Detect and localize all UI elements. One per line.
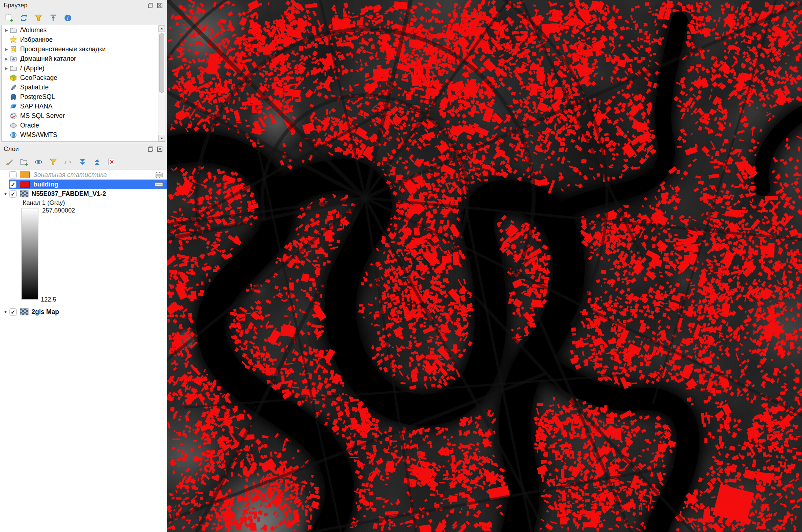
layers-toolbar: ε (0, 155, 167, 169)
layer-row-0[interactable]: Зональная статистика (0, 170, 167, 180)
layers-panel: Слои ε Зональная статистика✓building▼✓N5… (0, 143, 167, 532)
oracle-icon (10, 122, 17, 129)
map-canvas[interactable] (167, 0, 802, 532)
raster-layer-icon (20, 190, 29, 197)
layer-row-3[interactable]: ▼✓2gis Map (0, 307, 167, 317)
styling-icon (5, 158, 14, 166)
saphana-icon (10, 103, 17, 110)
layer-row-2[interactable]: ▼✓N55E037_FABDEM_V1-2 (0, 189, 167, 199)
svg-text:ε: ε (64, 159, 66, 165)
raster-legend: 257,690002122,5 (0, 207, 167, 307)
left-dock: Браузер i ▶/VolumesИзбранное▶Пространств… (0, 0, 167, 532)
themes-icon (34, 158, 43, 166)
svg-text:i: i (67, 15, 69, 21)
browser-float-button[interactable] (147, 2, 154, 9)
layer-row-1[interactable]: ✓building (0, 180, 167, 189)
filter-browser-button[interactable] (33, 13, 44, 23)
browser-item-geopackage-5[interactable]: GeoPackage (2, 73, 165, 82)
expand-arrow-icon[interactable]: ▶ (3, 28, 10, 32)
expand-arrow-icon[interactable]: ▶ (3, 66, 10, 70)
layer-visibility-checkbox[interactable]: ✓ (10, 181, 16, 188)
browser-scrollbar[interactable] (158, 25, 165, 141)
gray-color-ramp (21, 208, 38, 300)
collapse-icon (49, 14, 58, 22)
ramp-max-value: 257,690002 (42, 207, 75, 214)
expand-arrow-icon[interactable]: ▶ (3, 57, 10, 61)
layers-close-button[interactable] (157, 146, 163, 152)
layers-list: Зональная статистика✓building▼✓N55E037_F… (0, 170, 167, 532)
browser-item-saphana-8[interactable]: SAP HANA (2, 101, 165, 111)
expression-icon: ε (63, 158, 72, 166)
folder-icon (10, 64, 17, 72)
layers-panel-header: Слои (0, 143, 167, 155)
refresh-browser-button[interactable] (18, 13, 29, 23)
browser-item-postgresql-7[interactable]: PostgreSQL (2, 92, 165, 101)
layers-panel-title: Слои (4, 145, 19, 153)
layer-color-swatch[interactable] (20, 171, 30, 178)
qgis-window: Браузер i ▶/VolumesИзбранное▶Пространств… (0, 0, 802, 532)
remove-icon (107, 158, 116, 166)
browser-close-button[interactable] (157, 2, 163, 9)
add-selected-layers-button[interactable] (4, 13, 14, 23)
star-icon (10, 36, 17, 44)
raster-layer-icon (20, 308, 29, 315)
temporary-layer-indicator-icon (154, 171, 164, 179)
collapse-arrow-icon[interactable]: ▼ (1, 192, 10, 196)
browser-item-oracle-10[interactable]: Oracle (2, 121, 165, 130)
bookmarks-icon (10, 45, 17, 53)
browser-panel-header: Браузер (0, 0, 167, 11)
scroll-up-icon[interactable] (158, 25, 165, 32)
browser-toolbar: i (0, 11, 167, 25)
wms-icon (10, 131, 17, 139)
add-layer-icon (5, 14, 14, 22)
layer-visibility-checkbox[interactable] (10, 171, 16, 178)
browser-item-star-1[interactable]: Избранное (2, 35, 165, 44)
browser-item-bookmarks-2[interactable]: ▶Пространственные закладки (2, 44, 165, 54)
browser-tree-wrap: ▶/VolumesИзбранное▶Пространственные закл… (1, 25, 165, 142)
browser-tree: ▶/VolumesИзбранное▶Пространственные закл… (2, 25, 165, 140)
raster-band-label: Канал 1 (Gray) (0, 199, 167, 207)
collapse-all-browser-button[interactable] (48, 13, 58, 23)
filter-icon (34, 14, 43, 22)
browser-item-folder-4[interactable]: ▶/ (Apple) (2, 63, 165, 73)
geopackage-icon (10, 74, 17, 82)
layer-visibility-checkbox[interactable]: ✓ (10, 309, 16, 315)
ramp-min-value: 122,5 (41, 296, 56, 303)
layer-color-swatch[interactable] (20, 181, 30, 188)
map-view (167, 0, 802, 532)
refresh-icon (19, 14, 28, 22)
expand-all-layers-button[interactable] (77, 157, 88, 167)
manage-map-themes-button[interactable] (33, 157, 44, 167)
home-icon (10, 55, 17, 63)
collapse-arrow-icon[interactable]: ▼ (1, 310, 10, 314)
expand-arrow-icon[interactable]: ▶ (3, 47, 10, 51)
filter-icon (49, 158, 58, 166)
layer-visibility-checkbox[interactable]: ✓ (10, 191, 16, 197)
remove-layer-button[interactable] (106, 157, 117, 167)
browser-item-wms-11[interactable]: WMS/WMTS (2, 130, 165, 140)
expand-all-icon (78, 158, 87, 166)
browser-item-mssql-9[interactable]: MS SQL Server (2, 111, 165, 121)
mssql-icon (10, 112, 17, 120)
enable-properties-widget-button[interactable]: i (62, 13, 73, 23)
filter-by-expression-button[interactable]: ε (62, 157, 73, 167)
browser-panel: Браузер i ▶/VolumesИзбранное▶Пространств… (0, 0, 167, 143)
temporary-layer-indicator-icon (154, 181, 164, 188)
browser-item-home-3[interactable]: ▶Домашний каталог (2, 54, 165, 63)
add-group-button[interactable] (18, 157, 29, 167)
add-group-icon (19, 158, 28, 166)
open-layer-styling-button[interactable] (4, 157, 14, 167)
spatialite-icon (10, 84, 17, 91)
scrollbar-thumb[interactable] (159, 33, 164, 93)
folder-icon (10, 26, 17, 34)
browser-item-spatialite-6[interactable]: SpatiaLite (2, 82, 165, 92)
info-icon: i (63, 14, 72, 22)
browser-item-folder-0[interactable]: ▶/Volumes (2, 25, 165, 35)
scroll-down-icon[interactable] (158, 135, 165, 141)
collapse-all-layers-button[interactable] (92, 157, 102, 167)
filter-legend-button[interactable] (48, 157, 58, 167)
layers-float-button[interactable] (147, 146, 154, 152)
postgresql-icon (10, 93, 17, 101)
browser-panel-title: Браузер (4, 2, 27, 9)
collapse-all-icon (93, 158, 102, 166)
